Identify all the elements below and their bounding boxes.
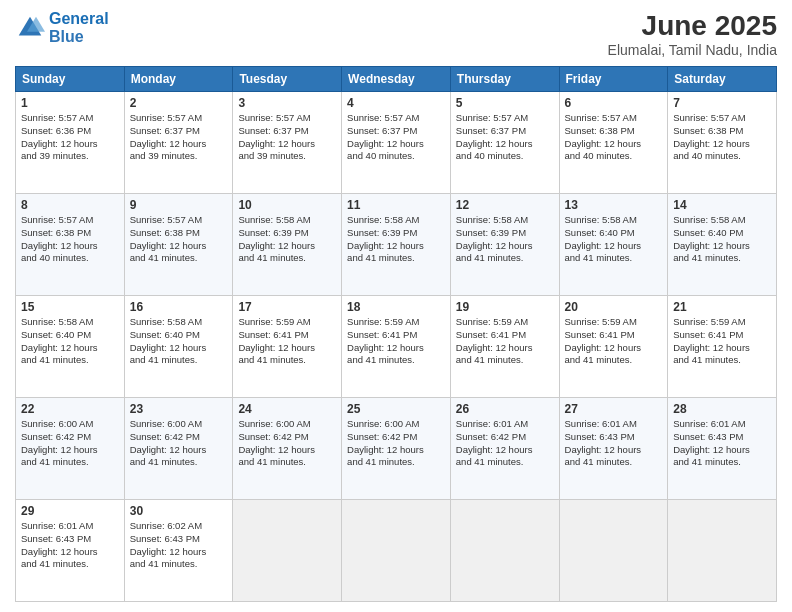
calendar-cell: 16Sunrise: 5:58 AM Sunset: 6:40 PM Dayli… (124, 296, 233, 398)
calendar-table: SundayMondayTuesdayWednesdayThursdayFrid… (15, 66, 777, 602)
day-number: 8 (21, 198, 119, 212)
day-number: 30 (130, 504, 228, 518)
calendar-header-friday: Friday (559, 67, 668, 92)
day-number: 3 (238, 96, 336, 110)
day-info: Sunrise: 6:01 AM Sunset: 6:42 PM Dayligh… (456, 418, 554, 469)
day-info: Sunrise: 6:00 AM Sunset: 6:42 PM Dayligh… (347, 418, 445, 469)
calendar-body: 1Sunrise: 5:57 AM Sunset: 6:36 PM Daylig… (16, 92, 777, 602)
day-info: Sunrise: 5:59 AM Sunset: 6:41 PM Dayligh… (238, 316, 336, 367)
day-number: 22 (21, 402, 119, 416)
calendar-cell: 26Sunrise: 6:01 AM Sunset: 6:42 PM Dayli… (450, 398, 559, 500)
day-number: 16 (130, 300, 228, 314)
day-info: Sunrise: 5:59 AM Sunset: 6:41 PM Dayligh… (347, 316, 445, 367)
logo: General Blue (15, 10, 109, 45)
calendar-header-saturday: Saturday (668, 67, 777, 92)
calendar-cell: 7Sunrise: 5:57 AM Sunset: 6:38 PM Daylig… (668, 92, 777, 194)
day-number: 9 (130, 198, 228, 212)
day-number: 17 (238, 300, 336, 314)
day-info: Sunrise: 5:57 AM Sunset: 6:38 PM Dayligh… (673, 112, 771, 163)
calendar-header-sunday: Sunday (16, 67, 125, 92)
day-number: 15 (21, 300, 119, 314)
day-info: Sunrise: 5:58 AM Sunset: 6:40 PM Dayligh… (673, 214, 771, 265)
page: General Blue June 2025 Elumalai, Tamil N… (0, 0, 792, 612)
calendar-cell: 19Sunrise: 5:59 AM Sunset: 6:41 PM Dayli… (450, 296, 559, 398)
calendar-cell: 4Sunrise: 5:57 AM Sunset: 6:37 PM Daylig… (342, 92, 451, 194)
calendar-week-4: 22Sunrise: 6:00 AM Sunset: 6:42 PM Dayli… (16, 398, 777, 500)
day-number: 10 (238, 198, 336, 212)
logo-line1: General (49, 10, 109, 27)
day-info: Sunrise: 5:57 AM Sunset: 6:36 PM Dayligh… (21, 112, 119, 163)
calendar-header-tuesday: Tuesday (233, 67, 342, 92)
day-number: 18 (347, 300, 445, 314)
calendar-cell: 2Sunrise: 5:57 AM Sunset: 6:37 PM Daylig… (124, 92, 233, 194)
day-number: 7 (673, 96, 771, 110)
day-info: Sunrise: 5:58 AM Sunset: 6:39 PM Dayligh… (238, 214, 336, 265)
day-info: Sunrise: 5:57 AM Sunset: 6:38 PM Dayligh… (21, 214, 119, 265)
calendar-cell: 13Sunrise: 5:58 AM Sunset: 6:40 PM Dayli… (559, 194, 668, 296)
day-number: 25 (347, 402, 445, 416)
day-info: Sunrise: 5:59 AM Sunset: 6:41 PM Dayligh… (565, 316, 663, 367)
day-info: Sunrise: 5:58 AM Sunset: 6:39 PM Dayligh… (456, 214, 554, 265)
day-info: Sunrise: 6:00 AM Sunset: 6:42 PM Dayligh… (21, 418, 119, 469)
header: General Blue June 2025 Elumalai, Tamil N… (15, 10, 777, 58)
day-number: 4 (347, 96, 445, 110)
calendar-cell (342, 500, 451, 602)
day-number: 2 (130, 96, 228, 110)
day-info: Sunrise: 5:59 AM Sunset: 6:41 PM Dayligh… (673, 316, 771, 367)
calendar-week-2: 8Sunrise: 5:57 AM Sunset: 6:38 PM Daylig… (16, 194, 777, 296)
calendar-cell: 12Sunrise: 5:58 AM Sunset: 6:39 PM Dayli… (450, 194, 559, 296)
main-title: June 2025 (608, 10, 777, 42)
calendar-cell: 20Sunrise: 5:59 AM Sunset: 6:41 PM Dayli… (559, 296, 668, 398)
day-number: 13 (565, 198, 663, 212)
day-info: Sunrise: 5:59 AM Sunset: 6:41 PM Dayligh… (456, 316, 554, 367)
day-info: Sunrise: 5:57 AM Sunset: 6:37 PM Dayligh… (130, 112, 228, 163)
calendar-cell: 29Sunrise: 6:01 AM Sunset: 6:43 PM Dayli… (16, 500, 125, 602)
day-info: Sunrise: 5:58 AM Sunset: 6:40 PM Dayligh… (130, 316, 228, 367)
day-info: Sunrise: 5:57 AM Sunset: 6:37 PM Dayligh… (347, 112, 445, 163)
calendar-header-row: SundayMondayTuesdayWednesdayThursdayFrid… (16, 67, 777, 92)
day-info: Sunrise: 6:01 AM Sunset: 6:43 PM Dayligh… (673, 418, 771, 469)
day-info: Sunrise: 5:58 AM Sunset: 6:40 PM Dayligh… (565, 214, 663, 265)
calendar-week-3: 15Sunrise: 5:58 AM Sunset: 6:40 PM Dayli… (16, 296, 777, 398)
title-block: June 2025 Elumalai, Tamil Nadu, India (608, 10, 777, 58)
calendar-cell: 25Sunrise: 6:00 AM Sunset: 6:42 PM Dayli… (342, 398, 451, 500)
calendar-cell (450, 500, 559, 602)
calendar-cell (668, 500, 777, 602)
calendar-cell: 15Sunrise: 5:58 AM Sunset: 6:40 PM Dayli… (16, 296, 125, 398)
calendar-cell: 8Sunrise: 5:57 AM Sunset: 6:38 PM Daylig… (16, 194, 125, 296)
calendar-cell: 14Sunrise: 5:58 AM Sunset: 6:40 PM Dayli… (668, 194, 777, 296)
calendar-cell: 21Sunrise: 5:59 AM Sunset: 6:41 PM Dayli… (668, 296, 777, 398)
calendar-header-monday: Monday (124, 67, 233, 92)
day-info: Sunrise: 6:01 AM Sunset: 6:43 PM Dayligh… (565, 418, 663, 469)
day-info: Sunrise: 6:00 AM Sunset: 6:42 PM Dayligh… (238, 418, 336, 469)
day-info: Sunrise: 5:58 AM Sunset: 6:40 PM Dayligh… (21, 316, 119, 367)
calendar-cell: 5Sunrise: 5:57 AM Sunset: 6:37 PM Daylig… (450, 92, 559, 194)
day-number: 23 (130, 402, 228, 416)
day-info: Sunrise: 6:01 AM Sunset: 6:43 PM Dayligh… (21, 520, 119, 571)
day-number: 21 (673, 300, 771, 314)
day-number: 6 (565, 96, 663, 110)
calendar-cell: 3Sunrise: 5:57 AM Sunset: 6:37 PM Daylig… (233, 92, 342, 194)
day-number: 20 (565, 300, 663, 314)
day-number: 27 (565, 402, 663, 416)
calendar-cell (559, 500, 668, 602)
calendar-cell: 30Sunrise: 6:02 AM Sunset: 6:43 PM Dayli… (124, 500, 233, 602)
day-info: Sunrise: 6:00 AM Sunset: 6:42 PM Dayligh… (130, 418, 228, 469)
day-info: Sunrise: 6:02 AM Sunset: 6:43 PM Dayligh… (130, 520, 228, 571)
day-info: Sunrise: 5:57 AM Sunset: 6:37 PM Dayligh… (456, 112, 554, 163)
day-number: 14 (673, 198, 771, 212)
day-number: 24 (238, 402, 336, 416)
logo-text: General Blue (49, 10, 109, 45)
calendar-cell: 28Sunrise: 6:01 AM Sunset: 6:43 PM Dayli… (668, 398, 777, 500)
logo-line2: Blue (49, 28, 84, 45)
logo-icon (15, 13, 45, 43)
calendar-week-1: 1Sunrise: 5:57 AM Sunset: 6:36 PM Daylig… (16, 92, 777, 194)
day-info: Sunrise: 5:57 AM Sunset: 6:38 PM Dayligh… (130, 214, 228, 265)
calendar-cell: 24Sunrise: 6:00 AM Sunset: 6:42 PM Dayli… (233, 398, 342, 500)
calendar-header-wednesday: Wednesday (342, 67, 451, 92)
calendar-cell: 9Sunrise: 5:57 AM Sunset: 6:38 PM Daylig… (124, 194, 233, 296)
calendar-cell: 27Sunrise: 6:01 AM Sunset: 6:43 PM Dayli… (559, 398, 668, 500)
calendar-cell: 23Sunrise: 6:00 AM Sunset: 6:42 PM Dayli… (124, 398, 233, 500)
calendar-header-thursday: Thursday (450, 67, 559, 92)
day-number: 1 (21, 96, 119, 110)
